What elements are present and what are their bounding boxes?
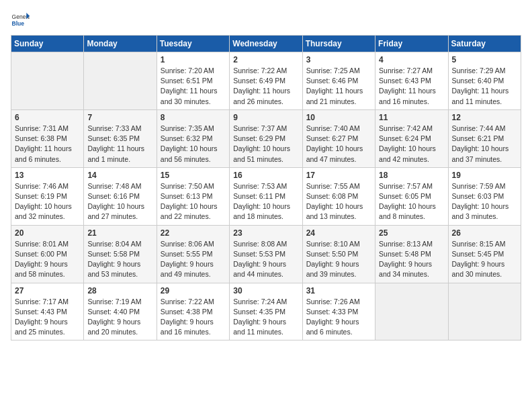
logo-icon: General Blue (11, 11, 30, 30)
svg-text:Blue: Blue (12, 20, 25, 27)
calendar-week-4: 20Sunrise: 8:01 AM Sunset: 6:00 PM Dayli… (11, 225, 521, 283)
day-detail: Sunrise: 8:01 AM Sunset: 6:00 PM Dayligh… (15, 239, 80, 280)
day-number: 4 (379, 55, 444, 64)
day-detail: Sunrise: 7:46 AM Sunset: 6:19 PM Dayligh… (15, 181, 80, 222)
day-detail: Sunrise: 7:37 AM Sunset: 6:29 PM Dayligh… (233, 124, 298, 165)
day-number: 6 (15, 113, 80, 122)
day-number: 29 (161, 286, 226, 295)
day-detail: Sunrise: 7:53 AM Sunset: 6:11 PM Dayligh… (233, 181, 298, 222)
calendar-cell: 21Sunrise: 8:04 AM Sunset: 5:58 PM Dayli… (84, 225, 157, 283)
calendar-cell: 31Sunrise: 7:26 AM Sunset: 4:33 PM Dayli… (302, 283, 375, 340)
day-number: 10 (306, 113, 371, 122)
day-detail: Sunrise: 8:10 AM Sunset: 5:50 PM Dayligh… (306, 239, 371, 280)
day-detail: Sunrise: 7:50 AM Sunset: 6:13 PM Dayligh… (161, 181, 226, 222)
calendar-cell: 12Sunrise: 7:44 AM Sunset: 6:21 PM Dayli… (448, 109, 521, 167)
logo: General Blue (11, 11, 30, 30)
day-number: 27 (15, 286, 80, 295)
day-detail: Sunrise: 7:25 AM Sunset: 6:46 PM Dayligh… (306, 66, 371, 107)
calendar-cell: 13Sunrise: 7:46 AM Sunset: 6:19 PM Dayli… (11, 167, 84, 225)
calendar-cell: 15Sunrise: 7:50 AM Sunset: 6:13 PM Dayli… (157, 167, 229, 225)
calendar-cell: 22Sunrise: 8:06 AM Sunset: 5:55 PM Dayli… (157, 225, 229, 283)
col-header-friday: Friday (375, 36, 448, 52)
day-number: 14 (87, 171, 152, 180)
day-number: 21 (87, 228, 152, 238)
calendar-cell: 1Sunrise: 7:20 AM Sunset: 6:51 PM Daylig… (157, 52, 229, 110)
day-number: 17 (306, 171, 371, 180)
col-header-tuesday: Tuesday (157, 36, 229, 52)
calendar-table: SundayMondayTuesdayWednesdayThursdayFrid… (11, 35, 521, 340)
day-number: 30 (233, 286, 298, 295)
day-detail: Sunrise: 7:33 AM Sunset: 6:35 PM Dayligh… (87, 124, 152, 165)
day-detail: Sunrise: 7:55 AM Sunset: 6:08 PM Dayligh… (306, 181, 371, 222)
day-detail: Sunrise: 7:19 AM Sunset: 4:40 PM Dayligh… (87, 297, 152, 338)
calendar-cell: 30Sunrise: 7:24 AM Sunset: 4:35 PM Dayli… (230, 283, 302, 340)
day-number: 20 (15, 228, 80, 238)
day-number: 25 (379, 228, 444, 238)
day-number: 5 (452, 55, 517, 64)
day-number: 8 (161, 113, 226, 122)
calendar-week-3: 13Sunrise: 7:46 AM Sunset: 6:19 PM Dayli… (11, 167, 521, 225)
calendar-cell: 9Sunrise: 7:37 AM Sunset: 6:29 PM Daylig… (230, 109, 302, 167)
calendar-cell: 28Sunrise: 7:19 AM Sunset: 4:40 PM Dayli… (84, 283, 157, 340)
calendar-cell: 19Sunrise: 7:59 AM Sunset: 6:03 PM Dayli… (448, 167, 521, 225)
calendar-cell: 20Sunrise: 8:01 AM Sunset: 6:00 PM Dayli… (11, 225, 84, 283)
calendar-week-5: 27Sunrise: 7:17 AM Sunset: 4:43 PM Dayli… (11, 283, 521, 340)
day-detail: Sunrise: 7:27 AM Sunset: 6:43 PM Dayligh… (379, 66, 444, 107)
calendar-cell (375, 283, 448, 340)
day-number: 2 (233, 55, 298, 64)
calendar-week-2: 6Sunrise: 7:31 AM Sunset: 6:38 PM Daylig… (11, 109, 521, 167)
day-number: 13 (15, 171, 80, 180)
day-number: 11 (379, 113, 444, 122)
day-detail: Sunrise: 8:08 AM Sunset: 5:53 PM Dayligh… (233, 239, 298, 280)
calendar-cell: 23Sunrise: 8:08 AM Sunset: 5:53 PM Dayli… (230, 225, 302, 283)
day-detail: Sunrise: 7:31 AM Sunset: 6:38 PM Dayligh… (15, 124, 80, 165)
day-detail: Sunrise: 7:29 AM Sunset: 6:40 PM Dayligh… (452, 66, 517, 107)
calendar-cell: 2Sunrise: 7:22 AM Sunset: 6:49 PM Daylig… (230, 52, 302, 110)
day-number: 18 (379, 171, 444, 180)
calendar-cell: 4Sunrise: 7:27 AM Sunset: 6:43 PM Daylig… (375, 52, 448, 110)
day-number: 19 (452, 171, 517, 180)
col-header-saturday: Saturday (448, 36, 521, 52)
calendar-cell: 18Sunrise: 7:57 AM Sunset: 6:05 PM Dayli… (375, 167, 448, 225)
day-detail: Sunrise: 7:22 AM Sunset: 4:38 PM Dayligh… (161, 297, 226, 338)
calendar-cell: 17Sunrise: 7:55 AM Sunset: 6:08 PM Dayli… (302, 167, 375, 225)
day-number: 7 (87, 113, 152, 122)
day-detail: Sunrise: 7:17 AM Sunset: 4:43 PM Dayligh… (15, 297, 80, 338)
calendar-week-1: 1Sunrise: 7:20 AM Sunset: 6:51 PM Daylig… (11, 52, 521, 110)
calendar-cell: 29Sunrise: 7:22 AM Sunset: 4:38 PM Dayli… (157, 283, 229, 340)
day-detail: Sunrise: 7:44 AM Sunset: 6:21 PM Dayligh… (452, 124, 517, 165)
day-detail: Sunrise: 7:22 AM Sunset: 6:49 PM Dayligh… (233, 66, 298, 107)
calendar-cell: 24Sunrise: 8:10 AM Sunset: 5:50 PM Dayli… (302, 225, 375, 283)
day-detail: Sunrise: 7:20 AM Sunset: 6:51 PM Dayligh… (161, 66, 226, 107)
calendar-cell (84, 52, 157, 110)
day-number: 23 (233, 228, 298, 238)
day-detail: Sunrise: 7:40 AM Sunset: 6:27 PM Dayligh… (306, 124, 371, 165)
day-number: 3 (306, 55, 371, 64)
col-header-thursday: Thursday (302, 36, 375, 52)
calendar-cell: 3Sunrise: 7:25 AM Sunset: 6:46 PM Daylig… (302, 52, 375, 110)
day-number: 31 (306, 286, 371, 295)
calendar-cell: 11Sunrise: 7:42 AM Sunset: 6:24 PM Dayli… (375, 109, 448, 167)
day-number: 15 (161, 171, 226, 180)
day-detail: Sunrise: 7:26 AM Sunset: 4:33 PM Dayligh… (306, 297, 371, 338)
day-detail: Sunrise: 7:42 AM Sunset: 6:24 PM Dayligh… (379, 124, 444, 165)
day-detail: Sunrise: 8:06 AM Sunset: 5:55 PM Dayligh… (161, 239, 226, 280)
calendar-cell: 26Sunrise: 8:15 AM Sunset: 5:45 PM Dayli… (448, 225, 521, 283)
day-detail: Sunrise: 8:04 AM Sunset: 5:58 PM Dayligh… (87, 239, 152, 280)
calendar-cell: 27Sunrise: 7:17 AM Sunset: 4:43 PM Dayli… (11, 283, 84, 340)
day-detail: Sunrise: 7:48 AM Sunset: 6:16 PM Dayligh… (87, 181, 152, 222)
day-number: 16 (233, 171, 298, 180)
day-number: 12 (452, 113, 517, 122)
day-number: 22 (161, 228, 226, 238)
day-detail: Sunrise: 8:13 AM Sunset: 5:48 PM Dayligh… (379, 239, 444, 280)
col-header-sunday: Sunday (11, 36, 84, 52)
calendar-cell: 7Sunrise: 7:33 AM Sunset: 6:35 PM Daylig… (84, 109, 157, 167)
page-header: General Blue (11, 11, 521, 30)
day-number: 26 (452, 228, 517, 238)
calendar-cell: 6Sunrise: 7:31 AM Sunset: 6:38 PM Daylig… (11, 109, 84, 167)
day-number: 9 (233, 113, 298, 122)
calendar-cell (448, 283, 521, 340)
calendar-cell: 14Sunrise: 7:48 AM Sunset: 6:16 PM Dayli… (84, 167, 157, 225)
day-detail: Sunrise: 7:59 AM Sunset: 6:03 PM Dayligh… (452, 181, 517, 222)
calendar-cell: 10Sunrise: 7:40 AM Sunset: 6:27 PM Dayli… (302, 109, 375, 167)
